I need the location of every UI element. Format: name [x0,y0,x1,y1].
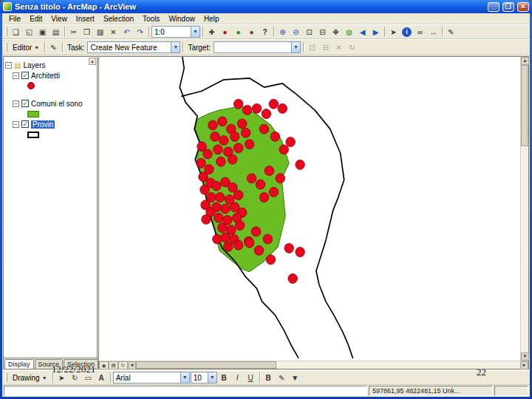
editor-menu-button[interactable]: Editor ▼ [10,41,42,53]
layer-checkbox[interactable]: ✓ [21,120,29,128]
map-vertical-scrollbar[interactable]: ▲ ▼ [520,57,528,361]
chevron-down-icon[interactable]: ▼ [180,372,189,383]
close-button[interactable]: ✕ [517,2,529,12]
measure-button[interactable]: ↔ [427,26,440,38]
delete-button[interactable]: ✕ [107,26,120,38]
line-color-button[interactable]: ✎ [276,372,288,383]
vertical-scroll-thumb[interactable] [521,65,528,146]
pan-button[interactable]: ✥ [330,26,342,38]
layers-root-label[interactable]: Layers [23,61,45,69]
task-combo[interactable]: Create New Feature ▼ [87,41,180,53]
layer-checkbox[interactable]: ✓ [21,72,29,79]
copy-button[interactable]: ❐ [81,26,93,38]
toc-scroll-up-button[interactable]: ▲ [89,58,96,65]
italic-button[interactable]: I [231,372,244,383]
layer-label[interactable]: Architetti [31,72,60,80]
title-bar[interactable]: Senza titolo - ArcMap - ArcView _ ❐ ✕ [0,0,532,13]
font-color-button[interactable]: B [262,372,275,383]
undo-button[interactable]: ↶ [120,26,133,38]
new-map-button[interactable]: ❑ [10,26,22,38]
split-tool-button[interactable]: ✕ [332,41,345,53]
cut-button[interactable]: ✂ [67,26,80,38]
maximize-button[interactable]: ❐ [502,2,514,12]
rotate-tool-button[interactable]: ↻ [346,41,358,53]
layout-view-button[interactable]: ▤ [109,361,118,369]
sketch-pencil-icon[interactable]: ✎ [47,41,60,53]
toolbar-grip[interactable] [5,27,7,36]
collapse-icon[interactable]: − [13,121,19,128]
minimize-button[interactable]: _ [488,2,499,12]
bold-button[interactable]: B [218,372,231,383]
scroll-up-icon[interactable]: ▲ [521,57,529,65]
hollow-fill-symbol[interactable] [27,132,39,138]
fill-symbol[interactable] [27,111,39,117]
layers-root-row[interactable]: − ▤ Layers [5,61,95,69]
select-features-button[interactable]: ➤ [387,26,400,38]
chevron-down-icon[interactable]: ▼ [171,42,180,52]
refresh-view-button[interactable]: ↻ [118,361,128,369]
print-button[interactable]: ▤ [50,26,62,38]
layer-row[interactable]: − ✓ Architetti [13,71,95,80]
font-size-combo[interactable]: 10 ▼ [191,372,217,383]
scroll-right-icon[interactable]: ► [520,361,528,369]
menu-item-window[interactable]: Window [164,14,200,24]
layer-row[interactable]: − ✓ Provin [13,120,95,129]
vertical-scroll-track[interactable] [521,146,528,352]
chevron-down-icon[interactable]: ▼ [208,372,216,383]
fixed-zoom-in-button[interactable]: ⊡ [303,26,316,38]
map-canvas[interactable] [99,57,520,361]
menu-item-selection[interactable]: Selection [99,14,138,24]
layer-label[interactable]: Comuni el sono [31,100,82,108]
sketch-properties-button[interactable]: ⊟ [319,41,332,53]
go-forward-extent-button[interactable]: ▶ [369,26,382,38]
toc-tab-display[interactable]: Display [4,359,34,369]
collapse-icon[interactable]: − [5,62,12,69]
open-button[interactable]: ◱ [23,26,35,38]
toolbar-grip[interactable] [5,43,7,52]
menu-item-tools[interactable]: Tools [138,14,164,24]
find-button[interactable]: ∞ [414,26,426,38]
menu-item-file[interactable]: File [4,14,25,24]
menu-item-insert[interactable]: Insert [72,14,99,24]
scroll-down-icon[interactable]: ▼ [521,352,529,361]
toolbar-grip[interactable] [5,373,7,382]
go-back-extent-button[interactable]: ◀ [356,26,369,38]
drawing-menu-button[interactable]: Drawing ▼ [10,372,50,383]
text-tool-button[interactable]: A [95,372,108,383]
identify-button[interactable]: i [402,27,412,37]
fill-color-button[interactable]: ▼ [289,372,301,383]
editor-tool-green-icon[interactable]: ● [232,26,245,38]
zoom-out-button[interactable]: ⊖ [290,26,302,38]
whats-this-button[interactable]: ? [259,26,271,38]
full-extent-button[interactable]: ◍ [343,26,355,38]
hyperlink-button[interactable]: ✎ [445,26,457,38]
chevron-down-icon[interactable]: ▼ [291,42,300,52]
redo-button[interactable]: ↷ [134,26,146,38]
editor-tool-brown-icon[interactable]: ● [245,26,258,38]
add-data-button[interactable]: ✚ [205,26,218,38]
menu-item-edit[interactable]: Edit [25,14,47,24]
chevron-down-icon[interactable]: ▼ [191,27,200,37]
layer-label-selected[interactable]: Provin [31,120,55,129]
menu-item-help[interactable]: Help [200,14,224,24]
save-button[interactable]: ▣ [36,26,49,38]
menu-item-view[interactable]: View [47,14,72,24]
scale-combo[interactable]: 1:0 ▼ [151,26,200,38]
layer-checkbox[interactable]: ✓ [21,100,29,107]
target-combo[interactable]: ▼ [214,41,301,53]
horizontal-scroll-thumb[interactable] [136,361,276,369]
collapse-icon[interactable]: − [13,72,19,79]
paste-button[interactable]: ▨ [94,26,106,38]
collapse-icon[interactable]: − [13,100,19,107]
point-symbol[interactable] [27,82,35,89]
font-combo[interactable]: Arial ▼ [113,372,190,383]
attributes-button[interactable]: ⊡ [306,41,318,53]
data-view-button[interactable]: ◉ [99,361,109,369]
scroll-left-icon[interactable]: ◄ [128,361,136,369]
fixed-zoom-out-button[interactable]: ⊟ [316,26,329,38]
underline-button[interactable]: U [245,372,257,383]
map-horizontal-scrollbar[interactable]: ◉ ▤ ↻ ◄ ► [99,361,528,369]
layer-row[interactable]: − ✓ Comuni el sono [13,99,95,108]
zoom-in-button[interactable]: ⊕ [276,26,289,38]
editor-tool-red-icon[interactable]: ● [219,26,231,38]
